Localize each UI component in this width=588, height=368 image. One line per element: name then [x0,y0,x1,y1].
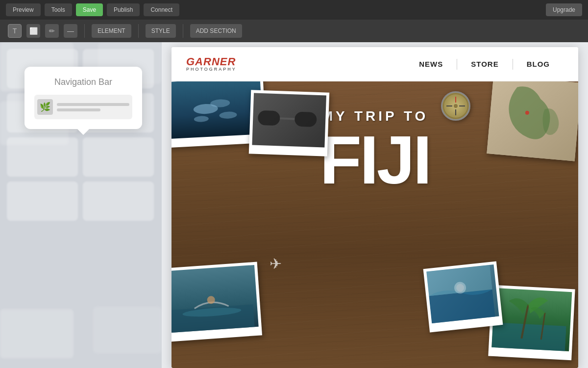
photo-kayaking-inner [172,265,259,333]
svg-rect-11 [294,111,317,127]
toolbar-divider-2 [138,24,139,38]
save-button[interactable]: Save [76,3,103,16]
preview-lines [57,103,129,111]
photo-tropical [423,262,503,333]
svg-point-5 [454,104,458,108]
bg-card-3 [0,309,74,358]
card-title: Navigation Bar [54,77,112,88]
publish-button[interactable]: Publish [107,3,140,16]
nav-link-blog[interactable]: BLOG [513,60,564,68]
brand-subtitle: PHOTOGRAPHY [186,67,237,72]
photo-map-inner [487,81,578,161]
shape-tool-icon[interactable]: ⬜ [26,24,40,38]
toolbar-divider-3 [183,24,183,38]
nav-links: NEWS STORE BLOG [405,59,564,70]
preview-line-short [57,108,100,111]
svg-line-12 [280,118,294,119]
brand-logo: GARNER PHOTOGRAPHY [186,56,237,72]
photo-palms-inner [491,288,572,351]
hero-title: FIJI [319,126,430,194]
line-tool-icon[interactable]: — [64,24,77,38]
style-tag[interactable]: STYLE [146,24,176,38]
preview-line-long [57,103,129,106]
photo-sunglasses-inner [252,93,326,147]
compass-decoration [441,91,470,121]
element-tag[interactable]: ELEMENT [92,24,131,38]
left-panel: Navigation Bar 🌿 [0,42,162,368]
paper-plane-decoration: ✈ [270,255,289,270]
website-nav: GARNER PHOTOGRAPHY NEWS STORE BLOG [172,47,578,81]
connect-button[interactable]: Connect [144,3,179,16]
toolbar-divider [84,24,85,38]
nav-bar-preview: 🌿 [34,95,132,119]
right-canvas: GARNER PHOTOGRAPHY NEWS STORE BLOG MY TR… [162,42,588,368]
nav-link-store[interactable]: STORE [457,60,512,68]
main-area: Navigation Bar 🌿 GARNER PHOTOGRAPHY NEW [0,42,588,368]
tools-button[interactable]: Tools [45,3,72,16]
secondary-toolbar: T ⬜ ✏ — ELEMENT STYLE ADD SECTION [0,20,588,42]
text-tool-icon[interactable]: T [8,24,22,38]
upgrade-button[interactable]: Upgrade [546,3,582,16]
photo-sunglasses [249,90,329,157]
bg-card-5 [93,307,162,353]
preview-button[interactable]: Preview [6,3,41,16]
top-toolbar: Preview Tools Save Publish Connect Upgra… [0,0,588,20]
svg-point-9 [194,116,209,123]
svg-point-8 [219,111,237,119]
navigation-bar-card[interactable]: Navigation Bar 🌿 [24,67,142,129]
add-section-tag[interactable]: ADD SECTION [190,24,242,38]
photo-kayaking [172,262,262,342]
nav-link-news[interactable]: NEWS [405,60,457,68]
draw-tool-icon[interactable]: ✏ [45,24,59,38]
preview-logo-icon: 🌿 [37,99,53,115]
photo-map [487,81,578,161]
photo-tropical-inner [426,264,499,323]
svg-rect-10 [258,110,280,126]
brand-name: GARNER [186,56,237,67]
website-preview: GARNER PHOTOGRAPHY NEWS STORE BLOG MY TR… [172,47,578,368]
svg-rect-17 [491,322,566,351]
hero-area: MY TRIP TO FIJI ✈ [172,81,578,368]
